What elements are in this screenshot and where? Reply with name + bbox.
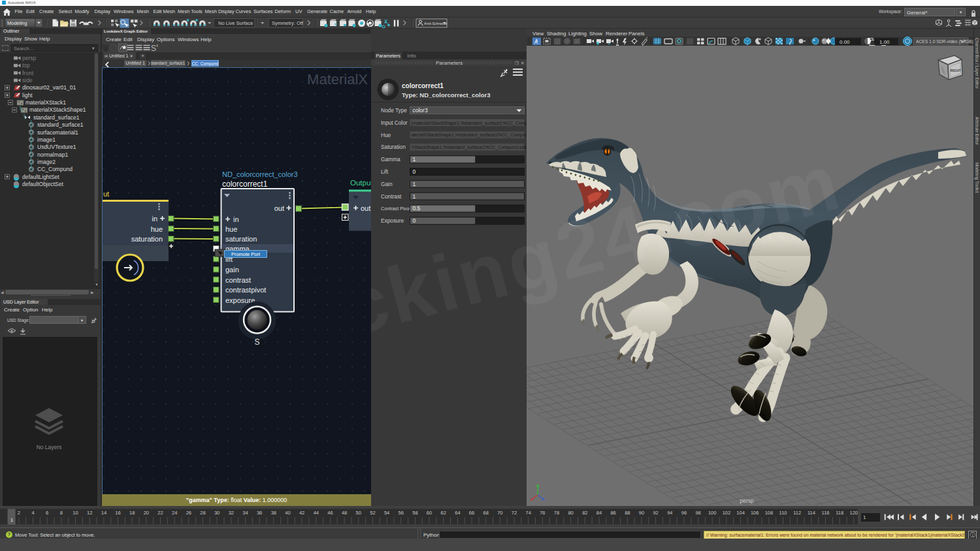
svg-text:84: 84 (596, 510, 602, 516)
svg-text:saturation: saturation (225, 235, 257, 243)
svg-text:34: 34 (242, 510, 248, 516)
svg-text:12: 12 (87, 510, 92, 516)
svg-text:68: 68 (483, 510, 489, 516)
svg-text:Modeling: Modeling (7, 20, 27, 26)
svg-text:MaterialX: MaterialX (307, 71, 368, 87)
svg-text:exposure: exposure (225, 296, 255, 304)
svg-text:26: 26 (186, 510, 191, 516)
svg-text:58: 58 (412, 510, 417, 516)
svg-text:Saturation: Saturation (381, 144, 406, 150)
svg-text:Symmetry: Off: Symmetry: Off (272, 20, 304, 26)
svg-text:out: out (361, 204, 370, 212)
svg-text:1: 1 (413, 156, 416, 163)
svg-text:Contrast Pivot: Contrast Pivot (381, 206, 410, 212)
svg-text:106: 106 (751, 510, 759, 516)
svg-text:|materialXStackShape1,%standar: |materialXStackShape1,%standard_surface1… (412, 121, 527, 126)
svg-text:Gain: Gain (381, 181, 393, 187)
svg-text:76: 76 (540, 510, 545, 516)
svg-text:top: top (22, 62, 30, 69)
svg-text:S: S (151, 44, 156, 53)
svg-text:8: 8 (60, 510, 63, 516)
svg-text:No Layers: No Layers (37, 444, 62, 450)
svg-text:1: 1 (413, 181, 416, 187)
svg-text:48: 48 (342, 510, 347, 516)
svg-text:52: 52 (370, 510, 375, 516)
svg-text:contrastpivot: contrastpivot (225, 286, 266, 294)
svg-text:ND_colorcorrect_color3: ND_colorcorrect_color3 (222, 170, 298, 178)
svg-text:74: 74 (526, 510, 531, 516)
svg-text:6: 6 (46, 510, 48, 516)
svg-text:standard_surface1: standard_surface1 (37, 121, 84, 128)
svg-text:16: 16 (115, 510, 120, 516)
svg-text:64: 64 (455, 510, 460, 516)
svg-text:Node Type: Node Type (381, 107, 407, 114)
svg-text:x: x (156, 43, 159, 48)
svg-text:defaultLightSet: defaultLightSet (22, 174, 59, 180)
svg-text:side: side (22, 77, 33, 84)
svg-text:102: 102 (723, 510, 731, 516)
svg-text:90: 90 (639, 510, 644, 516)
svg-text:aterialXStackShape1,%standard_: aterialXStackShape1,%standard_surface1%C… (412, 133, 527, 138)
svg-text:Hue: Hue (381, 132, 391, 138)
svg-text:116: 116 (822, 510, 830, 516)
svg-text:112: 112 (793, 510, 801, 516)
svg-text:30: 30 (214, 510, 220, 516)
svg-text:dinosaur02_var01_01: dinosaur02_var01_01 (22, 84, 76, 91)
svg-text:Lift: Lift (381, 168, 389, 175)
svg-text:10: 10 (73, 510, 78, 516)
svg-text:70: 70 (497, 510, 502, 516)
svg-text:22: 22 (157, 510, 163, 516)
svg-text:98: 98 (695, 510, 700, 516)
svg-text:contrast: contrast (225, 276, 251, 284)
svg-text:out: out (274, 204, 284, 212)
svg-text:in: in (233, 215, 239, 223)
svg-text:24: 24 (172, 510, 177, 516)
svg-text:surfacematerial1: surfacematerial1 (37, 129, 78, 136)
svg-text:UsdUVTexture1: UsdUVTexture1 (37, 144, 76, 150)
svg-text:Exposure: Exposure (381, 217, 404, 224)
svg-text:118: 118 (836, 510, 843, 516)
svg-text:light: light (22, 92, 33, 99)
svg-text:hue: hue (151, 225, 163, 233)
svg-text:86: 86 (610, 510, 615, 516)
svg-text:104: 104 (736, 510, 745, 516)
svg-text:hue: hue (225, 225, 237, 233)
svg-text:0.5: 0.5 (413, 205, 421, 212)
svg-text:Contrast: Contrast (381, 193, 402, 200)
svg-text:Input Color: Input Color (381, 119, 408, 126)
svg-text:persp: persp (22, 55, 37, 61)
svg-text:ACES 1.0 SDR-video (sRGB): ACES 1.0 SDR-video (sRGB) (916, 39, 973, 44)
svg-text:front: front (22, 70, 34, 76)
svg-text:0: 0 (413, 168, 416, 175)
svg-text:normalmap1: normalmap1 (37, 151, 69, 158)
svg-text:92: 92 (653, 510, 658, 516)
svg-text:S: S (254, 338, 259, 347)
svg-text:colorcorrect1: colorcorrect1 (402, 82, 444, 89)
svg-text:108: 108 (765, 510, 774, 516)
svg-text:96: 96 (681, 510, 687, 516)
svg-text:0: 0 (413, 217, 416, 224)
svg-text:defaultObjectSet: defaultObjectSet (22, 181, 63, 187)
svg-text:4: 4 (32, 510, 35, 516)
svg-text:Gamma: Gamma (381, 156, 400, 163)
svg-text:28: 28 (200, 510, 205, 516)
svg-text:82: 82 (582, 510, 587, 516)
svg-text:14: 14 (101, 510, 106, 516)
svg-text:1: 1 (413, 193, 416, 200)
svg-text:80: 80 (568, 510, 573, 516)
svg-text:2: 2 (18, 510, 20, 516)
svg-text:62: 62 (441, 510, 446, 516)
svg-text:32: 32 (229, 510, 234, 516)
svg-text:18: 18 (129, 510, 135, 516)
svg-text:gain: gain (225, 266, 239, 274)
svg-text:56: 56 (399, 510, 404, 516)
svg-text:image2: image2 (37, 159, 56, 165)
svg-text:54: 54 (384, 510, 389, 516)
svg-text:42: 42 (299, 510, 304, 516)
svg-text:88: 88 (625, 510, 630, 516)
svg-text:50: 50 (356, 510, 361, 516)
svg-text:Amit Schneide: Amit Schneide (424, 22, 447, 25)
svg-text:114: 114 (808, 510, 815, 516)
svg-text:materialXStackShape1: materialXStackShape1 (29, 106, 86, 113)
svg-text:persp: persp (740, 497, 754, 504)
